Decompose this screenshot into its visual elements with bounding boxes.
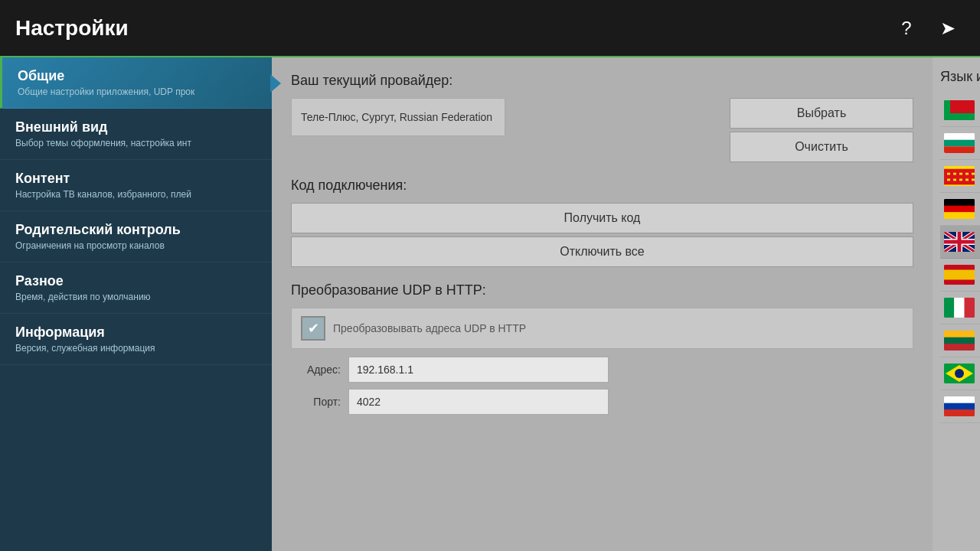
udp-checkbox-row[interactable]: ✔ Преобразовывать адреса UDP в HTTP — [291, 308, 913, 349]
flag-de — [944, 199, 975, 219]
svg-rect-20 — [944, 337, 975, 344]
sidebar-item-misc[interactable]: РазноеВремя, действия по умолчанию — [0, 262, 272, 314]
sidebar-item-subtitle-general: Общие настройки приложения, UDP прок — [18, 86, 256, 97]
sidebar-item-wrapper-info: ИнформацияВерсия, служебная информация — [0, 314, 272, 365]
port-row: Порт: — [291, 389, 913, 415]
sidebar-item-content[interactable]: КонтентНастройка ТВ каналов, избранного,… — [0, 160, 272, 211]
svg-rect-15 — [944, 270, 975, 280]
svg-rect-4 — [944, 140, 975, 147]
language-title: Язык интерфейса: — [940, 69, 980, 85]
svg-rect-17 — [954, 298, 964, 318]
sidebar-item-subtitle-parental: Ограничения на просмотр каналов — [15, 240, 256, 251]
udp-checkbox[interactable]: ✔ — [301, 316, 325, 341]
svg-rect-11 — [944, 206, 975, 213]
svg-rect-10 — [944, 199, 975, 206]
flag-gb — [944, 232, 975, 252]
lang-item-lt[interactable]: Lietuvių — [940, 324, 980, 357]
lang-item-en[interactable]: English — [940, 226, 980, 259]
svg-rect-2 — [944, 100, 949, 120]
svg-rect-25 — [944, 396, 975, 403]
sidebar-item-subtitle-info: Версия, служебная информация — [15, 343, 256, 354]
sidebar: ОбщиеОбщие настройки приложения, UDP про… — [0, 57, 272, 551]
sidebar-item-subtitle-appearance: Выбор темы оформления, настройка инт — [15, 138, 256, 148]
udp-label: Преобразование UDP в HTTP: — [291, 282, 913, 298]
svg-rect-21 — [944, 344, 975, 350]
flag-lt — [944, 331, 975, 350]
svg-rect-18 — [965, 298, 975, 318]
sidebar-item-wrapper-appearance: Внешний видВыбор темы оформления, настро… — [0, 109, 272, 160]
lang-item-it[interactable]: Italiano — [940, 292, 980, 324]
code-label: Код подключения: — [291, 178, 913, 194]
sidebar-item-subtitle-misc: Время, действия по умолчанию — [15, 292, 256, 302]
sidebar-item-title-parental: Родительский контроль — [15, 222, 256, 238]
port-label: Порт: — [291, 396, 341, 408]
sidebar-item-wrapper-general: ОбщиеОбщие настройки приложения, UDP про… — [0, 57, 272, 109]
sidebar-item-title-general: Общие — [18, 68, 256, 84]
sidebar-item-general[interactable]: ОбщиеОбщие настройки приложения, UDP про… — [0, 57, 272, 109]
udp-checkbox-label: Преобразовывать адреса UDP в HTTP — [333, 322, 526, 334]
flag-es — [944, 265, 975, 285]
flag-it — [944, 298, 975, 318]
address-label: Адрес: — [291, 364, 341, 376]
provider-text: Теле-Плюс, Сургут, Russian Federation — [291, 98, 505, 136]
svg-rect-1 — [944, 113, 975, 120]
provider-label: Ваш текущий провайдер: — [291, 73, 913, 89]
main-layout: ОбщиеОбщие настройки приложения, UDP про… — [0, 57, 980, 551]
sidebar-item-title-appearance: Внешний вид — [15, 119, 256, 135]
svg-rect-27 — [944, 409, 975, 416]
flag-bg — [944, 133, 975, 153]
provider-buttons: Выбрать Очистить — [730, 98, 913, 162]
select-provider-button[interactable]: Выбрать — [730, 98, 913, 129]
language-list: Беларуская Български Català Deutsch Engl… — [940, 94, 980, 540]
provider-section: Ваш текущий провайдер: Теле-Плюс, Сургут… — [291, 73, 913, 162]
lang-item-es[interactable]: Español — [940, 259, 980, 292]
disconnect-all-button[interactable]: Отключить все — [291, 236, 913, 267]
flag-ca — [944, 166, 975, 186]
flag-by — [944, 100, 975, 120]
svg-rect-5 — [944, 146, 975, 153]
help-button[interactable]: ? — [890, 11, 923, 45]
sidebar-item-appearance[interactable]: Внешний видВыбор темы оформления, настро… — [0, 109, 272, 160]
svg-rect-26 — [944, 403, 975, 410]
sidebar-active-arrow — [270, 74, 281, 93]
page-title: Настройки — [15, 16, 129, 41]
code-buttons: Получить код Отключить все — [291, 203, 913, 267]
sidebar-item-title-info: Информация — [15, 324, 256, 341]
sidebar-item-wrapper-parental: Родительский контрольОграничения на прос… — [0, 211, 272, 262]
content-area: Ваш текущий провайдер: Теле-Плюс, Сургут… — [272, 57, 980, 551]
clear-provider-button[interactable]: Очистить — [730, 132, 913, 162]
address-row: Адрес: — [291, 357, 913, 383]
header-actions: ? ➤ — [890, 11, 965, 45]
svg-rect-12 — [944, 212, 975, 219]
sidebar-item-title-misc: Разное — [15, 273, 256, 289]
flag-ru — [944, 396, 975, 416]
svg-rect-7 — [944, 169, 975, 173]
flag-br — [944, 364, 975, 383]
get-code-button[interactable]: Получить код — [291, 203, 913, 233]
sidebar-item-info[interactable]: ИнформацияВерсия, служебная информация — [0, 314, 272, 365]
share-button[interactable]: ➤ — [931, 11, 965, 45]
lang-item-pt[interactable]: Português — [940, 357, 980, 390]
lang-item-ca[interactable]: Català — [940, 160, 980, 193]
svg-rect-19 — [944, 331, 975, 337]
sidebar-item-title-content: Контент — [15, 171, 256, 187]
sidebar-item-parental[interactable]: Родительский контрольОграничения на прос… — [0, 211, 272, 262]
lang-item-bg[interactable]: Български — [940, 127, 980, 160]
udp-section: Преобразование UDP в HTTP: ✔ Преобразовы… — [291, 282, 913, 415]
lang-item-by[interactable]: Беларуская — [940, 94, 980, 127]
sidebar-item-wrapper-content: КонтентНастройка ТВ каналов, избранного,… — [0, 160, 272, 211]
svg-rect-16 — [944, 298, 954, 318]
language-panel: Язык интерфейса: Беларуская Български Ca… — [933, 57, 980, 551]
lang-item-de[interactable]: Deutsch — [940, 193, 980, 226]
svg-rect-9 — [944, 181, 975, 184]
code-section: Код подключения: Получить код Отключить … — [291, 178, 913, 267]
svg-point-24 — [955, 369, 964, 378]
right-panel: Язык интерфейса: Беларуская Български Ca… — [933, 57, 980, 551]
address-input[interactable] — [348, 357, 609, 383]
sidebar-item-subtitle-content: Настройка ТВ каналов, избранного, плей — [15, 189, 256, 200]
lang-item-ru[interactable]: Русский — [940, 390, 980, 423]
port-input[interactable] — [348, 389, 609, 415]
sidebar-item-wrapper-misc: РазноеВремя, действия по умолчанию — [0, 262, 272, 314]
svg-rect-8 — [944, 175, 975, 179]
provider-row: Теле-Плюс, Сургут, Russian Federation Вы… — [291, 98, 913, 162]
